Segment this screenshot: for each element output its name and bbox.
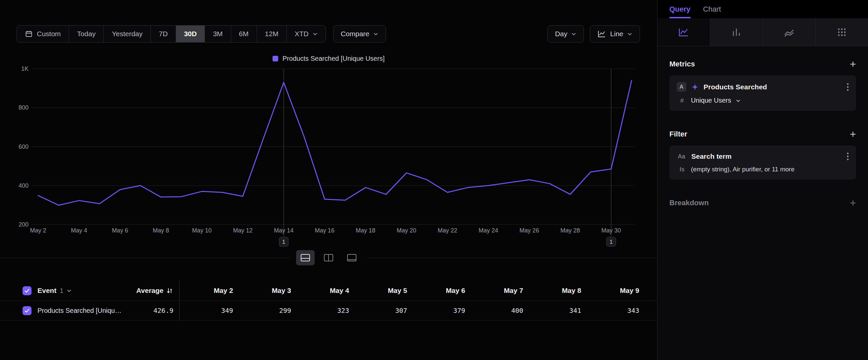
range-today-button[interactable]: Today <box>69 26 104 42</box>
svg-text:800: 800 <box>19 104 29 111</box>
filter-property-name: Search term <box>691 153 842 160</box>
filter-card-row[interactable]: Aa Search term <box>677 152 849 161</box>
chart-type-bar-tab[interactable] <box>710 18 763 46</box>
cell-value: 349 <box>180 307 238 314</box>
range-yesterday-button[interactable]: Yesterday <box>104 26 151 42</box>
layout-toggle-group <box>290 247 367 268</box>
add-filter-button[interactable]: + <box>850 129 856 139</box>
chart-type-strip <box>657 18 868 46</box>
svg-text:1K: 1K <box>21 65 29 72</box>
check-icon <box>24 288 30 294</box>
chart-type-stacked-tab[interactable] <box>763 18 816 46</box>
add-metric-button[interactable]: + <box>850 59 856 70</box>
date-column-header: May 8 <box>528 286 586 295</box>
date-columns-header: May 2 May 3 May 4 May 5 May 6 May 7 May … <box>179 281 644 301</box>
line-chart-icon <box>597 30 606 38</box>
row-average-value: 426.9 <box>124 307 174 314</box>
chart-type-button[interactable]: Line <box>590 25 640 43</box>
chart-type-line-tab[interactable] <box>657 18 710 46</box>
granularity-button[interactable]: Day <box>548 25 584 43</box>
compare-button[interactable]: Compare <box>333 25 386 43</box>
svg-text:May 12: May 12 <box>233 227 253 234</box>
range-custom-label: Custom <box>37 30 61 38</box>
chart-area[interactable]: 2004006008001K11May 2May 4May 6May 8May … <box>13 53 640 252</box>
svg-text:May 18: May 18 <box>356 227 375 234</box>
add-breakdown-button[interactable]: + <box>850 198 856 208</box>
svg-text:May 26: May 26 <box>520 227 539 234</box>
breakdown-heading: Breakdown <box>670 199 709 207</box>
range-custom-button[interactable]: Custom <box>17 26 69 42</box>
filter-condition[interactable]: Is (empty string), Air purifier, or 11 m… <box>677 166 849 173</box>
svg-text:May 8: May 8 <box>153 227 169 234</box>
range-7d-button[interactable]: 7D <box>151 26 176 42</box>
chevron-down-icon <box>67 288 72 293</box>
filter-operator: Is <box>678 166 686 173</box>
series-letter-badge: A <box>677 82 686 92</box>
bar-chart-icon <box>731 27 742 37</box>
event-column-dropdown[interactable]: Event 1 <box>37 286 124 295</box>
app: Custom Today Yesterday 7D 30D 3M 6M 12M … <box>0 0 868 360</box>
aggregation-dropdown[interactable]: # Unique Users <box>677 96 849 104</box>
tab-chart[interactable]: Chart <box>703 0 721 18</box>
date-columns-values: 349 299 323 307 379 400 341 343 <box>179 301 644 320</box>
svg-text:May 24: May 24 <box>478 227 498 234</box>
date-column-header: May 3 <box>238 286 296 295</box>
legend-swatch <box>273 56 278 61</box>
aggregation-label: Unique Users <box>691 96 731 104</box>
svg-text:May 4: May 4 <box>71 227 87 234</box>
chart-type-more-tab[interactable] <box>816 18 868 46</box>
metrics-section-header: Metrics + <box>670 59 856 70</box>
svg-text:1: 1 <box>282 239 285 245</box>
row-series-label: Products Searched [Unique Users] <box>37 307 124 314</box>
date-column-header: May 2 <box>180 286 238 295</box>
grid-dots-icon <box>837 27 847 37</box>
metric-card-row[interactable]: A Products Searched <box>677 82 849 92</box>
range-3m-button[interactable]: 3M <box>205 26 231 42</box>
metric-name: Products Searched <box>704 83 842 91</box>
average-column-header[interactable]: Average <box>124 286 174 295</box>
metrics-heading: Metrics <box>670 60 695 68</box>
filter-card: Aa Search term Is (empty string), Air pu… <box>670 145 856 180</box>
select-all-checkbox[interactable] <box>23 286 31 295</box>
tab-query[interactable]: Query <box>670 0 691 18</box>
breakdown-section-header: Breakdown + <box>670 198 856 208</box>
line-chart-icon <box>678 27 689 37</box>
chevron-down-icon <box>627 32 632 36</box>
svg-text:May 14: May 14 <box>274 227 293 234</box>
cell-value: 400 <box>470 307 528 314</box>
cell-value: 299 <box>238 307 296 314</box>
sort-icon <box>166 287 174 294</box>
date-column-header: May 5 <box>354 286 412 295</box>
table-row: Products Searched [Unique Users] 426.9 3… <box>0 301 657 321</box>
chart-legend: Products Searched [Unique Users] <box>0 55 657 62</box>
layout-full-chart-icon[interactable] <box>342 250 361 265</box>
layout-split-horizontal-icon[interactable] <box>296 250 315 265</box>
svg-text:May 28: May 28 <box>560 227 580 234</box>
legend-label[interactable]: Products Searched [Unique Users] <box>282 55 384 62</box>
svg-text:400: 400 <box>19 182 29 189</box>
range-xtd-button[interactable]: XTD <box>287 26 326 42</box>
layout-split-vertical-icon[interactable] <box>319 250 338 265</box>
sidebar-content: Metrics + A Products Searched # Unique U <box>657 46 868 221</box>
chevron-down-icon <box>313 32 318 36</box>
average-column-label: Average <box>136 286 163 295</box>
row-checkbox[interactable] <box>23 306 31 315</box>
chevron-down-icon <box>571 32 576 36</box>
sidebar-tabs: Query Chart <box>657 0 868 18</box>
range-6m-button[interactable]: 6M <box>231 26 257 42</box>
cell-value: 341 <box>528 307 586 314</box>
check-icon <box>24 308 30 313</box>
calendar-icon <box>25 30 33 38</box>
range-30d-button[interactable]: 30D <box>176 26 205 42</box>
hash-icon: # <box>678 97 686 104</box>
svg-text:May 22: May 22 <box>438 227 457 234</box>
kebab-menu-icon[interactable] <box>847 83 849 91</box>
events-table: Event 1 Average May 2 May 3 May 4 May 5 … <box>0 281 657 321</box>
svg-text:May 16: May 16 <box>315 227 335 234</box>
range-12m-button[interactable]: 12M <box>257 26 287 42</box>
toolbar: Custom Today Yesterday 7D 30D 3M 6M 12M … <box>17 25 640 43</box>
svg-text:May 20: May 20 <box>397 227 416 234</box>
main-panel: Custom Today Yesterday 7D 30D 3M 6M 12M … <box>0 0 657 360</box>
svg-text:May 6: May 6 <box>112 227 128 234</box>
kebab-menu-icon[interactable] <box>847 152 849 161</box>
